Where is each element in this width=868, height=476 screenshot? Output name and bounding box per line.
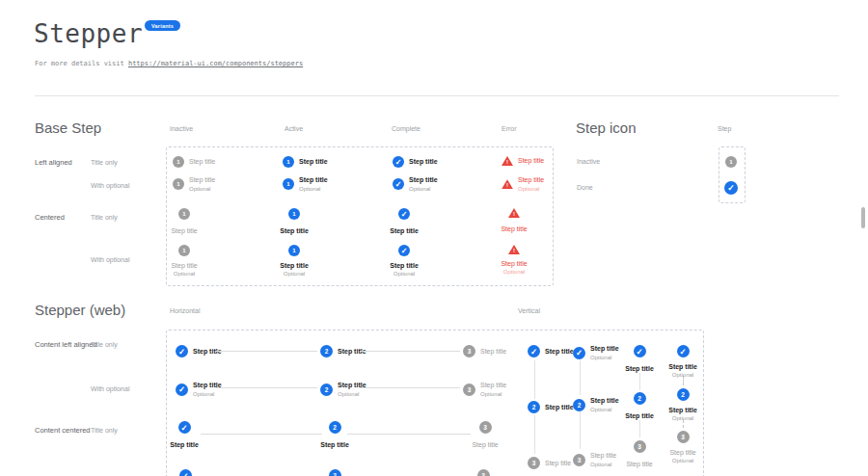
step-number-circle: 3 (634, 440, 646, 453)
step-title: Step title (625, 365, 654, 373)
step-item: Step title (618, 345, 661, 373)
connector-line (580, 360, 581, 395)
step-optional-label: Optional (590, 462, 616, 468)
step-label-block: Step titleOptional (518, 176, 544, 193)
step-item: Step title (383, 208, 425, 235)
step-item: 1Step title (273, 208, 315, 235)
row-variant-with-optional: With optional (91, 182, 129, 189)
subtitle: For more details visit https://material-… (35, 60, 303, 67)
step-item: 3 (462, 469, 504, 476)
step-title: Step title (189, 158, 215, 166)
step-title: Step title (320, 441, 349, 449)
step-title: Step title (390, 227, 419, 235)
connector-line (360, 387, 460, 388)
step-title: Step title (501, 260, 527, 268)
connector-line (639, 420, 640, 437)
step-item: Step titleOptional (383, 245, 425, 278)
connector-line (201, 434, 322, 435)
check-icon (176, 345, 188, 357)
step-title: Step title (590, 345, 619, 353)
warning-icon (508, 208, 520, 218)
step-icon-heading: Step icon (576, 119, 637, 136)
step-optional-label: Optional (480, 391, 506, 398)
step-title: Step title (668, 363, 697, 371)
connector-line (360, 351, 460, 352)
check-icon (528, 345, 540, 357)
step-number-circle: 2 (677, 388, 690, 401)
step-optional-label: Optional (590, 407, 619, 413)
step-item: Step title (163, 421, 205, 449)
step-title: Step title (299, 176, 328, 184)
step-title: Step title (280, 227, 309, 235)
step-number-circle: 3 (479, 421, 492, 434)
step-number-circle: 3 (463, 345, 475, 357)
row-variant-with-optional: With optional (91, 385, 129, 392)
step-title: Step title (280, 262, 309, 270)
step-title: Step title (189, 176, 215, 184)
row-variant-title-only: Title only (91, 214, 118, 221)
step-number-circle: 2 (634, 392, 646, 405)
base-step-heading: Base Step (35, 119, 101, 136)
step-item: Step titleOptional (502, 176, 544, 193)
step-item: 2Step title (313, 421, 356, 449)
step-number-circle: 1 (173, 156, 184, 168)
step-optional-label: Optional (299, 186, 328, 193)
step-optional-label: Optional (503, 269, 525, 276)
step-label-block: Step titleOptional (590, 397, 619, 413)
step-title: Step title (170, 441, 199, 449)
row-variant-with-optional: With optional (91, 256, 129, 263)
step-item: 2Step titleOptional (573, 397, 619, 413)
step-item: Step title (176, 345, 222, 357)
connector-line (216, 351, 317, 352)
step-optional-label: Optional (409, 186, 438, 193)
step-number-circle: 2 (320, 383, 333, 396)
step-item (164, 469, 206, 476)
step-item: 1Step title (283, 156, 328, 168)
step-item: Step titleOptional (662, 345, 704, 379)
step-item: 3Step title (464, 421, 506, 449)
column-header-error: Error (502, 125, 517, 132)
column-header-complete: Complete (392, 125, 420, 132)
page-title: Stepper (34, 19, 143, 48)
step-number-circle: 2 (329, 421, 341, 434)
step-title: Step title (409, 176, 438, 184)
check-icon (393, 178, 404, 190)
step-item: 3Step title (463, 345, 506, 357)
step-title: Step title (480, 348, 506, 356)
material-ui-link[interactable]: https://material-ui.com/components/stepp… (128, 60, 303, 67)
step-number-circle: 1 (288, 245, 300, 256)
variants-badge: Variants (145, 20, 180, 31)
step-number-circle: 1 (725, 156, 737, 168)
step-title: Step title (171, 262, 197, 270)
scrollbar-thumb[interactable] (861, 207, 865, 228)
check-icon (179, 469, 192, 476)
step-item: 2Step titleOptional (662, 388, 704, 422)
step-number-circle: 2 (573, 399, 585, 411)
step-item: 2Step title (618, 392, 661, 420)
step-label-block: Step titleOptional (299, 176, 328, 193)
check-icon (393, 156, 404, 168)
step-number-circle: 1 (288, 208, 300, 220)
step-number-circle: 1 (283, 156, 294, 168)
step-title: Step title (518, 176, 544, 184)
check-icon (634, 345, 646, 357)
step-number-circle: 3 (573, 454, 585, 466)
step-optional-label: Optional (590, 355, 619, 361)
step-item: 1Step titleOptional (173, 176, 215, 193)
step-item: 1Step titleOptional (273, 245, 315, 278)
step-number-circle: 1 (173, 178, 184, 190)
step-item: 3Step titleOptional (662, 431, 704, 464)
check-icon (178, 421, 191, 434)
step-item: Step title (502, 156, 544, 166)
step-title: Step title (545, 348, 574, 356)
row-label-done: Done (577, 184, 593, 191)
row-variant-title-only: Title only (91, 427, 118, 434)
step-item: 1Step titleOptional (283, 176, 328, 193)
column-header-inactive: Inactive (170, 125, 193, 132)
row-variant-title-only: Title only (91, 341, 118, 348)
step-item: Step title (393, 156, 438, 168)
connector-line (580, 411, 581, 449)
column-header-horizontal: Horizontal (170, 307, 201, 314)
step-title: Step title (668, 407, 697, 414)
step-item: Step title (528, 345, 574, 357)
